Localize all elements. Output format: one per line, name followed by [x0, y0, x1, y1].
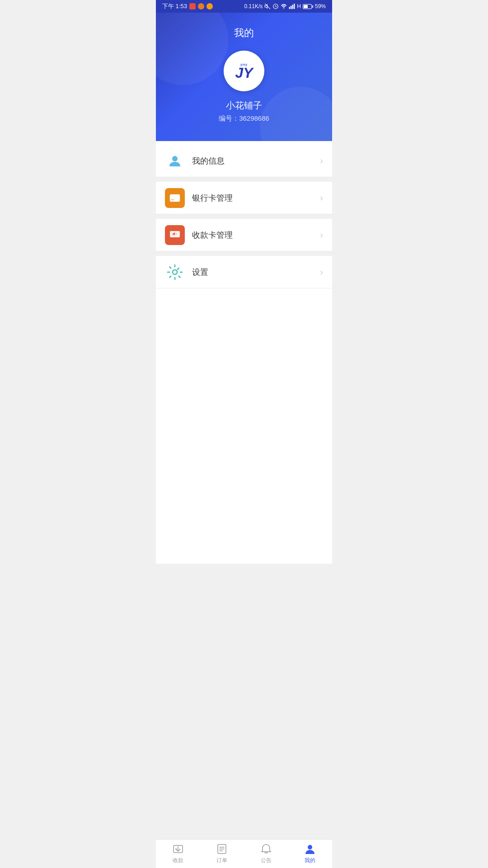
svg-rect-9 [170, 196, 180, 198]
separator-2 [156, 214, 332, 219]
svg-point-7 [172, 156, 178, 161]
notification-icon-1 [189, 3, 196, 9]
svg-rect-6 [294, 4, 295, 9]
signal-icon [289, 3, 295, 9]
page-title: 我的 [234, 26, 254, 40]
tab-notices-label: 公告 [261, 857, 272, 864]
bank-card-icon-wrap [165, 188, 185, 208]
svg-text:¥: ¥ [175, 848, 177, 851]
tab-notices[interactable]: 公告 [244, 840, 288, 868]
user-icon [168, 154, 182, 168]
separator-1 [156, 177, 332, 182]
payment-card-icon [169, 229, 181, 241]
hero-section: 我的 pay JY 小花铺子 编号：36298686 [156, 13, 332, 141]
svg-point-21 [308, 845, 312, 849]
avatar: pay JY [224, 51, 264, 91]
my-info-arrow: › [320, 156, 323, 166]
battery-percent: 59% [315, 3, 326, 9]
svg-point-2 [283, 8, 284, 9]
menu-item-bank-card[interactable]: 银行卡管理 › [156, 182, 332, 214]
wifi-icon [281, 3, 287, 9]
user-name: 小花铺子 [226, 99, 262, 112]
notification-icon-2 [198, 3, 204, 9]
svg-rect-3 [289, 7, 290, 9]
menu-item-my-info[interactable]: 我的信息 › [156, 145, 332, 177]
status-left: 下午 1:53 [162, 2, 213, 10]
avatar-jy-label: JY [235, 66, 253, 80]
payment-card-label: 收款卡管理 [192, 230, 320, 241]
svg-rect-4 [291, 6, 291, 9]
settings-arrow: › [320, 267, 323, 277]
notices-tab-icon [260, 843, 272, 855]
tab-receive[interactable]: ¥ 收款 [156, 840, 200, 868]
alarm-icon [272, 3, 279, 9]
menu-item-payment-card[interactable]: 收款卡管理 › [156, 219, 332, 251]
status-time: 下午 1:53 [162, 2, 187, 10]
mine-tab-icon [304, 843, 316, 855]
my-info-label: 我的信息 [192, 156, 320, 166]
tab-mine[interactable]: 我的 [288, 840, 333, 868]
menu-item-settings[interactable]: 设置 › [156, 256, 332, 288]
tab-bar: ¥ 收款 订单 公告 我的 [156, 839, 332, 868]
gray-area [156, 564, 332, 839]
payment-card-icon-wrap [165, 225, 185, 245]
my-info-icon-wrap [165, 151, 185, 171]
user-id: 编号：36298686 [219, 114, 269, 123]
bank-card-icon [169, 192, 181, 204]
svg-rect-5 [292, 5, 293, 9]
orders-tab-icon [216, 843, 228, 855]
tab-mine-label: 我的 [305, 857, 315, 864]
h-indicator: H [297, 3, 301, 9]
status-bar: 下午 1:53 0.11K/s H [156, 0, 332, 13]
menu-list: 我的信息 › 银行卡管理 › 收款卡管理 › [156, 141, 332, 564]
status-right: 0.11K/s H [244, 3, 326, 9]
payment-card-arrow: › [320, 230, 323, 240]
bank-card-label: 银行卡管理 [192, 193, 320, 203]
tab-orders-label: 订单 [216, 857, 227, 864]
notification-icon-3 [206, 3, 213, 9]
svg-point-13 [173, 270, 177, 274]
tab-receive-label: 收款 [173, 857, 183, 864]
settings-icon-wrap [165, 262, 185, 282]
network-speed: 0.11K/s [244, 3, 263, 9]
separator-3 [156, 251, 332, 256]
mute-icon [264, 3, 271, 9]
receive-tab-icon: ¥ [172, 843, 184, 855]
battery-icon [303, 4, 313, 9]
svg-rect-10 [171, 199, 174, 200]
bank-card-arrow: › [320, 193, 323, 203]
gear-icon [167, 264, 183, 280]
settings-label: 设置 [192, 267, 320, 278]
tab-orders[interactable]: 订单 [200, 840, 244, 868]
